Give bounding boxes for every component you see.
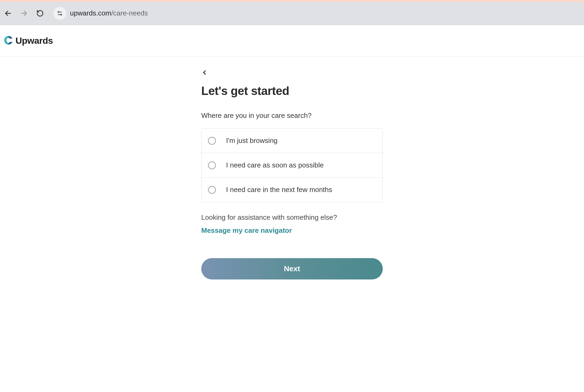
option-label: I need care as soon as possible [226,161,324,169]
assistance-text: Looking for assistance with something el… [201,213,383,222]
option-label: I'm just browsing [226,137,278,145]
address-bar-wrap: upwards.com/care-needs [52,6,580,21]
browser-reload-button[interactable] [36,9,44,18]
browser-forward-button[interactable] [20,9,28,18]
site-header: Upwards [0,25,584,57]
options-group: I'm just browsing I need care as soon as… [201,128,383,202]
logo-icon [3,35,14,47]
radio-icon [208,186,216,194]
svg-point-2 [58,11,59,13]
radio-icon [208,137,216,145]
logo-text: Upwards [15,35,53,46]
url-text: upwards.com/care-needs [70,9,148,17]
browser-back-button[interactable] [4,9,12,18]
svg-point-4 [61,14,62,15]
form-back-button[interactable] [199,67,210,78]
option-few-months[interactable]: I need care in the next few months [202,178,382,202]
browser-toolbar: upwards.com/care-needs [0,2,584,25]
logo[interactable]: Upwards [3,35,53,47]
radio-icon [208,161,216,169]
option-browsing[interactable]: I'm just browsing [202,129,382,153]
page-title: Let's get started [201,84,383,98]
option-asap[interactable]: I need care as soon as possible [202,153,382,178]
question-text: Where are you in your care search? [201,111,383,120]
option-label: I need care in the next few months [226,186,332,194]
site-settings-icon[interactable] [53,7,66,20]
next-button[interactable]: Next [201,258,383,279]
address-bar[interactable]: upwards.com/care-needs [53,6,579,21]
main-content: Let's get started Where are you in your … [201,57,383,279]
message-navigator-link[interactable]: Message my care navigator [201,226,292,235]
